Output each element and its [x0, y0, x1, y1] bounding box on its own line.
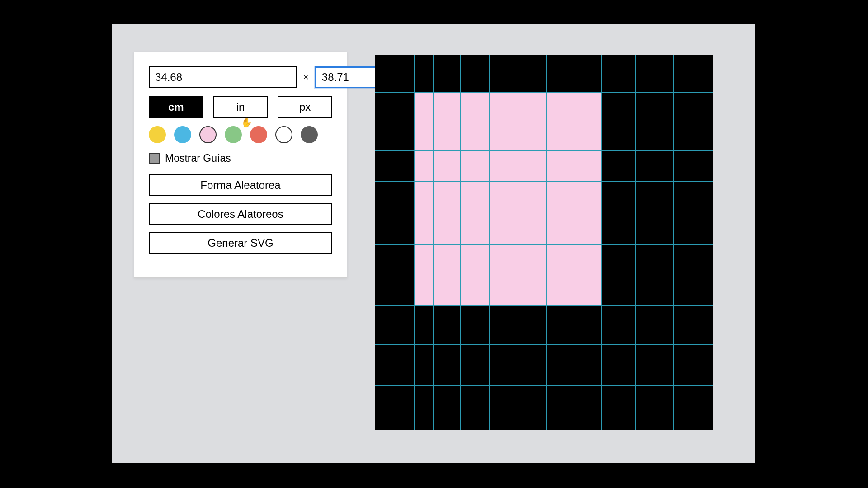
- color-swatch-pink[interactable]: [199, 126, 217, 143]
- dimension-separator: ×: [303, 71, 309, 83]
- dimensions-row: × ▲▼: [149, 66, 332, 88]
- guide-horizontal: [375, 181, 713, 182]
- app-stage: × ▲▼ cm in px Mostrar Guías Forma Aleato…: [112, 24, 755, 463]
- color-swatch-gray[interactable]: [301, 126, 318, 143]
- width-input[interactable]: [149, 66, 297, 88]
- guide-vertical: [673, 55, 674, 430]
- unit-in-button[interactable]: in: [213, 96, 268, 118]
- generate-svg-button[interactable]: Generar SVG: [149, 232, 332, 254]
- unit-selector: cm in px: [149, 96, 332, 118]
- color-swatch-white[interactable]: [275, 126, 292, 143]
- guide-vertical: [433, 55, 434, 430]
- guide-horizontal: [375, 305, 713, 306]
- guide-horizontal: [375, 150, 713, 151]
- unit-cm-button[interactable]: cm: [149, 96, 203, 118]
- color-swatch-yellow[interactable]: [149, 126, 166, 143]
- guide-horizontal: [375, 92, 713, 93]
- random-shape-button[interactable]: Forma Aleatorea: [149, 174, 332, 196]
- guide-vertical: [489, 55, 490, 430]
- color-palette: [149, 126, 332, 143]
- guide-horizontal: [375, 344, 713, 345]
- random-colors-button[interactable]: Colores Alatoreos: [149, 203, 332, 225]
- color-swatch-green[interactable]: [225, 126, 242, 143]
- color-swatch-cyan[interactable]: [174, 126, 191, 143]
- guide-vertical: [414, 55, 415, 430]
- control-panel: × ▲▼ cm in px Mostrar Guías Forma Aleato…: [134, 52, 347, 278]
- guide-vertical: [460, 55, 461, 430]
- guide-vertical: [635, 55, 636, 430]
- guide-vertical: [546, 55, 547, 430]
- color-swatch-coral[interactable]: [250, 126, 267, 143]
- guide-vertical: [601, 55, 602, 430]
- guide-horizontal: [375, 244, 713, 245]
- unit-px-button[interactable]: px: [278, 96, 332, 118]
- guides-label: Mostrar Guías: [165, 152, 231, 164]
- guides-checkbox[interactable]: [149, 153, 160, 164]
- generated-shape: [414, 92, 601, 305]
- preview-canvas[interactable]: [375, 55, 713, 430]
- guides-toggle-row: Mostrar Guías: [149, 152, 332, 164]
- guide-horizontal: [375, 385, 713, 386]
